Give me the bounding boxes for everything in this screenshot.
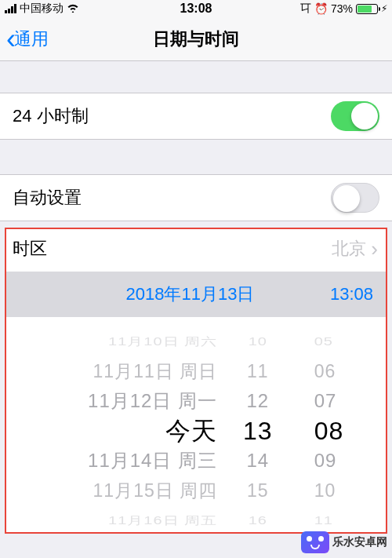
status-bar: 中国移动 13:08 㔿 ⏰ 73% ⚡︎ (0, 0, 392, 17)
picker-date-item: 11月14日 周三 (88, 446, 217, 476)
toggle-auto[interactable] (331, 183, 379, 213)
signal-bars-icon (5, 4, 16, 13)
battery-icon (356, 4, 378, 14)
picker-hour-item: 12 (247, 386, 270, 416)
picker-min-item: 08 (314, 416, 344, 446)
picker-date-item: 11月16日 周五 (108, 510, 217, 529)
group-auto: 自动设置 (0, 174, 392, 221)
picker-min-item: 06 (314, 356, 336, 386)
back-button[interactable]: ‹ 通用 (6, 25, 49, 53)
charging-icon: ⚡︎ (381, 3, 387, 14)
selected-time: 13:08 (330, 284, 373, 305)
section-spacer (0, 140, 392, 174)
picker-col-hour[interactable]: 10 11 12 13 14 15 16 (225, 333, 291, 529)
status-left: 中国移动 (5, 2, 79, 16)
picker-date-item: 今天 (165, 416, 217, 446)
picker-col-minute[interactable]: 05 06 07 08 09 10 11 (291, 333, 378, 529)
label-24h: 24 小时制 (13, 104, 89, 128)
status-time: 13:08 (180, 2, 212, 16)
toggle-24h[interactable] (331, 101, 379, 131)
highlighted-region: 时区 北京 › 2018年11月13日 13:08 11月10日 周六 11月1… (5, 228, 387, 534)
picker-min-item: 07 (314, 386, 337, 416)
picker-date-item: 11月11日 周日 (93, 356, 218, 386)
picker-date-item: 11月12日 周一 (88, 386, 217, 416)
page-title: 日期与时间 (153, 27, 239, 51)
section-spacer (0, 61, 392, 93)
watermark: 乐水安卓网 (301, 531, 387, 553)
picker-date-item: 11月10日 周六 (108, 333, 217, 352)
selected-datetime-bar[interactable]: 2018年11月13日 13:08 (6, 272, 386, 317)
row-auto: 自动设置 (0, 175, 392, 221)
watermark-text: 乐水安卓网 (332, 535, 387, 549)
value-timezone: 北京 (332, 237, 366, 261)
watermark-icon (301, 531, 329, 553)
label-timezone: 时区 (13, 237, 47, 261)
picker-hour-item: 16 (249, 510, 267, 529)
picker-min-item: 11 (314, 510, 333, 529)
row-timezone[interactable]: 时区 北京 › (6, 229, 386, 268)
status-right: 㔿 ⏰ 73% ⚡︎ (300, 2, 387, 16)
picker-min-item: 10 (314, 476, 336, 505)
selected-date: 2018年11月13日 (19, 283, 330, 306)
back-label: 通用 (14, 27, 49, 51)
label-auto: 自动设置 (13, 186, 82, 210)
nav-bar: ‹ 通用 日期与时间 (0, 17, 392, 61)
picker-hour-item: 13 (243, 416, 273, 446)
picker-date-item: 11月15日 周四 (93, 476, 218, 505)
wifi-icon (67, 2, 79, 15)
picker-hour-item: 10 (249, 333, 267, 352)
picker-hour-item: 14 (247, 446, 270, 476)
chevron-right-icon: › (371, 237, 378, 261)
alarm-icon: ⏰ (314, 2, 328, 15)
rotation-lock-icon: 㔿 (300, 2, 311, 16)
picker-hour-item: 11 (247, 356, 269, 386)
group-24h: 24 小时制 (0, 93, 392, 140)
picker-min-item: 05 (314, 333, 333, 352)
picker-col-date[interactable]: 11月10日 周六 11月11日 周日 11月12日 周一 今天 11月14日 … (14, 333, 225, 529)
row-24h: 24 小时制 (0, 93, 392, 139)
picker-hour-item: 15 (247, 476, 269, 505)
battery-pct: 73% (331, 2, 353, 15)
datetime-picker[interactable]: 11月10日 周六 11月11日 周日 11月12日 周一 今天 11月14日 … (6, 333, 386, 529)
picker-min-item: 09 (314, 446, 337, 476)
carrier-label: 中国移动 (20, 2, 64, 16)
